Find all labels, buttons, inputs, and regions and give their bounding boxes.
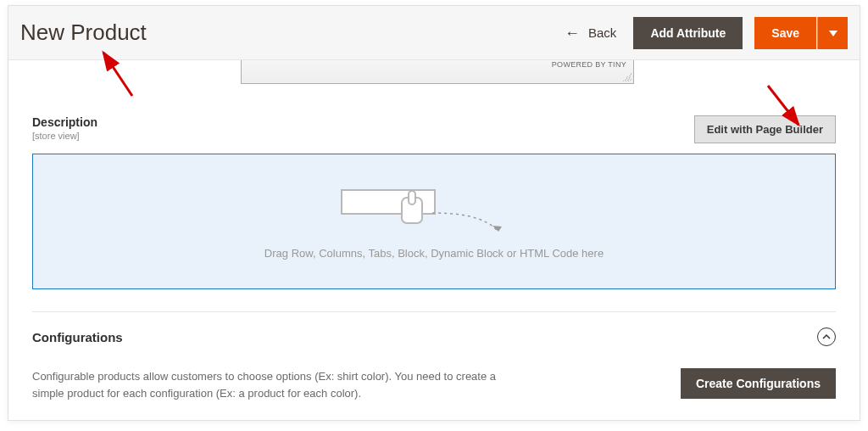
description-label: Description — [32, 115, 97, 129]
svg-marker-3 — [492, 226, 502, 232]
drop-illustration — [341, 184, 527, 235]
configurations-toggle[interactable]: Configurations — [32, 327, 836, 346]
description-scope: [store view] — [32, 131, 97, 141]
powered-by-label: POWERED BY TINY — [552, 60, 626, 69]
description-label-group: Description [store view] — [32, 115, 97, 141]
section-divider — [32, 311, 836, 312]
page-builder-drop-zone[interactable]: Drag Row, Columns, Tabs, Block, Dynamic … — [32, 154, 836, 289]
drag-hand-icon — [341, 184, 527, 235]
page-title: New Product — [20, 20, 147, 46]
page-header: New Product ← Back Add Attribute Save — [8, 6, 860, 60]
create-configurations-button[interactable]: Create Configurations — [681, 368, 836, 399]
svg-rect-2 — [409, 191, 415, 204]
chevron-up-icon — [817, 327, 836, 346]
drop-hint-text: Drag Row, Columns, Tabs, Block, Dynamic … — [264, 247, 604, 260]
add-attribute-button[interactable]: Add Attribute — [633, 17, 743, 49]
description-header: Description [store view] Edit with Page … — [32, 95, 836, 143]
tinymce-status-bar: POWERED BY TINY — [241, 60, 634, 84]
configurations-help-text: Configurable products allow customers to… — [32, 368, 507, 402]
back-button-label: Back — [588, 25, 616, 40]
save-button[interactable]: Save — [754, 17, 816, 49]
caret-down-icon — [829, 29, 837, 37]
configurations-title: Configurations — [32, 330, 123, 344]
back-button[interactable]: ← Back — [565, 25, 616, 41]
admin-page-frame: New Product ← Back Add Attribute Save PO… — [8, 5, 860, 421]
content-area: Description [store view] Edit with Page … — [8, 95, 860, 420]
configurations-section: Configurations Configurable products all… — [32, 327, 836, 402]
save-dropdown-toggle[interactable] — [817, 17, 848, 49]
configurations-body: Configurable products allow customers to… — [32, 368, 836, 402]
svg-marker-0 — [829, 31, 837, 36]
arrow-left-icon: ← — [565, 25, 580, 41]
edit-with-page-builder-button[interactable]: Edit with Page Builder — [694, 115, 836, 143]
